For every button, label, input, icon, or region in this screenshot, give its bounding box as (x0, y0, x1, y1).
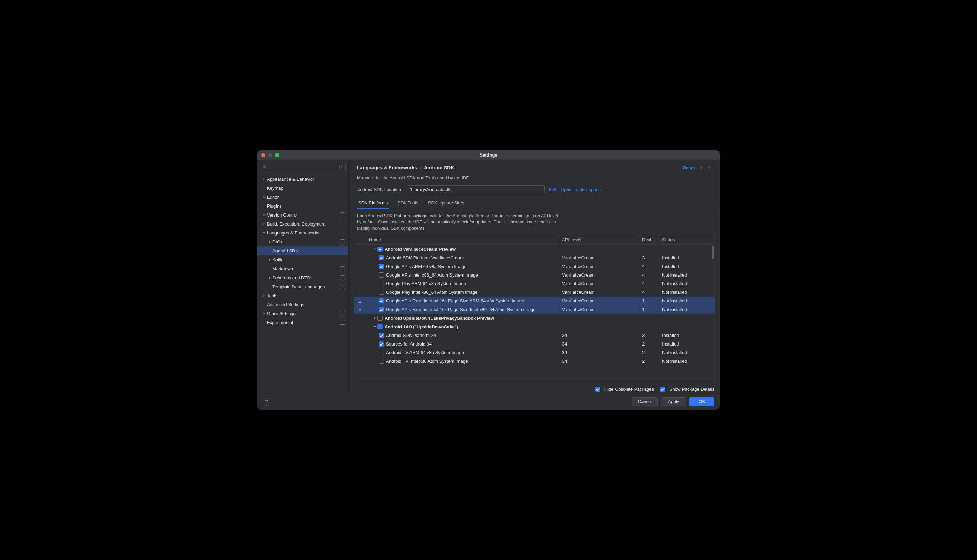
reset-link[interactable]: Reset (683, 165, 695, 170)
checkbox[interactable] (377, 247, 383, 252)
sidebar: ▾ Appearance & BehaviorKeymapEditorPlugi… (257, 160, 349, 393)
minimize-icon[interactable] (268, 153, 273, 157)
chevron-icon[interactable] (372, 324, 377, 330)
row-revision: 1 (639, 296, 659, 305)
table-row[interactable]: Google APIs ARM 64 v8a System ImageVanil… (354, 262, 714, 271)
row-status: Not installed (659, 296, 714, 305)
tab-sdk-update-sites[interactable]: SDK Update Sites (427, 197, 466, 209)
sdk-location-input[interactable] (407, 185, 545, 193)
row-revision (639, 316, 659, 320)
chevron-icon[interactable] (372, 315, 377, 321)
row-api: 34 (559, 348, 639, 357)
table-row[interactable]: Google APIs Experimental 16k Page Size A… (354, 297, 714, 305)
chevron-icon (261, 302, 267, 307)
table-row[interactable]: Android TV Intel x86 Atom System Image34… (354, 357, 714, 365)
checkbox[interactable] (379, 290, 384, 295)
row-revision (639, 325, 659, 329)
sidebar-item-other-settings[interactable]: Other Settings (257, 309, 348, 318)
hide-obsolete-checkbox[interactable]: Hide Obsolete Packages (595, 387, 654, 392)
sidebar-item-languages-frameworks[interactable]: Languages & Frameworks (257, 228, 348, 237)
checkbox[interactable] (379, 264, 384, 269)
window-controls (261, 153, 279, 157)
ok-button[interactable]: OK (689, 397, 714, 406)
show-details-checkbox[interactable]: Show Package Details (660, 387, 714, 392)
sidebar-item-android-sdk[interactable]: Android SDK (257, 246, 348, 255)
checkbox[interactable] (379, 298, 384, 303)
sidebar-item-experimental[interactable]: Experimental (257, 318, 348, 327)
row-status: Not installed (659, 288, 714, 297)
checkbox[interactable] (377, 324, 383, 329)
checkbox[interactable] (379, 358, 384, 364)
row-revision: 2 (639, 357, 659, 366)
settings-tree[interactable]: Appearance & BehaviorKeymapEditorPlugins… (257, 174, 348, 393)
sidebar-item-label: Kotlin (273, 257, 345, 262)
table-row[interactable]: Android SDK Platform VanillaIceCreamVani… (354, 253, 714, 262)
sidebar-item-editor[interactable]: Editor (257, 192, 348, 202)
edit-link[interactable]: Edit (549, 187, 557, 192)
row-api: VanillaIceCream (559, 253, 639, 262)
row-name: Android 14.0 ("UpsideDownCake") (385, 324, 458, 329)
tab-sdk-tools[interactable]: SDK Tools (396, 197, 420, 209)
close-icon[interactable] (261, 153, 266, 157)
checkbox[interactable] (379, 272, 384, 278)
table-group-row[interactable]: Android VanillaIceCream Preview (354, 245, 714, 253)
table-row[interactable]: Google Play Intel x86_64 Atom System Ima… (354, 288, 714, 297)
row-revision: 2 (639, 348, 659, 357)
checkbox[interactable] (379, 307, 384, 312)
checkbox[interactable] (379, 342, 384, 347)
titlebar: Settings (257, 150, 720, 160)
checkbox[interactable] (379, 350, 384, 355)
sidebar-item-advanced-settings[interactable]: Advanced Settings (257, 300, 348, 309)
chevron-icon (261, 230, 267, 235)
chevron-icon[interactable] (372, 247, 377, 252)
zoom-icon[interactable] (275, 153, 279, 157)
sidebar-item-kotlin[interactable]: Kotlin (257, 255, 348, 264)
table-group-row[interactable]: Android 14.0 ("UpsideDownCake") (354, 322, 714, 331)
sidebar-item-c-c-[interactable]: C/C++ (257, 237, 348, 246)
optimize-link[interactable]: Optimize disk space (560, 187, 601, 192)
row-name: Android SDK Platform VanillaIceCream (386, 255, 463, 260)
table-row[interactable]: Android SDK Platform 34343Installed (354, 331, 714, 340)
back-icon[interactable] (699, 165, 704, 170)
row-status: Not installed (659, 305, 714, 314)
table-row[interactable]: Google APIs Experimental 16k Page Size I… (354, 305, 714, 314)
table-group-row[interactable]: Android UpsideDownCakePrivacySandbox Pre… (354, 314, 714, 322)
table-row[interactable]: Android TV ARM 64 v8a System Image342Not… (354, 348, 714, 357)
sidebar-item-keymap[interactable]: Keymap (257, 183, 348, 192)
row-revision: 4 (639, 262, 659, 271)
breadcrumb: Languages & Frameworks › Android SDK (357, 165, 683, 170)
sidebar-item-version-control[interactable]: Version Control (257, 210, 348, 219)
chevron-icon (267, 239, 273, 245)
sidebar-item-schemas-and-dtds[interactable]: Schemas and DTDs (257, 273, 348, 282)
help-button[interactable]: ? (263, 398, 270, 405)
checkbox[interactable] (379, 281, 384, 286)
sidebar-item-markdown[interactable]: Markdown (257, 264, 348, 273)
table-row[interactable]: Google Play ARM 64 v8a System ImageVanil… (354, 279, 714, 288)
checkbox[interactable] (377, 315, 383, 321)
apply-button[interactable]: Apply (661, 397, 686, 406)
row-revision: 4 (639, 288, 659, 297)
modified-icon (340, 266, 345, 271)
sidebar-item-build-execution-deployment[interactable]: Build, Execution, Deployment (257, 219, 348, 228)
search-input[interactable]: ▾ (260, 163, 346, 171)
sidebar-item-plugins[interactable]: Plugins (257, 202, 348, 210)
checkbox-icon (660, 387, 665, 392)
tab-sdk-platforms[interactable]: SDK Platforms (357, 197, 389, 209)
table-row[interactable]: Sources for Android 34342Installed (354, 340, 714, 348)
scrollbar-thumb[interactable] (712, 245, 714, 259)
chevron-icon (261, 185, 267, 191)
sidebar-item-label: Other Settings (267, 311, 340, 316)
chevron-icon (261, 176, 267, 182)
checkbox[interactable] (379, 333, 384, 338)
row-name: Android SDK Platform 34 (386, 333, 436, 338)
sidebar-item-appearance-behavior[interactable]: Appearance & Behavior (257, 175, 348, 183)
forward-icon[interactable] (707, 165, 711, 170)
table-row[interactable]: Google APIs Intel x86_64 Atom System Ima… (354, 271, 714, 279)
sidebar-item-template-data-languages[interactable]: Template Data Languages (257, 282, 348, 291)
sidebar-item-tools[interactable]: Tools (257, 291, 348, 300)
cancel-button[interactable]: Cancel (632, 397, 657, 406)
chevron-icon (267, 275, 273, 280)
body: ▾ Appearance & BehaviorKeymapEditorPlugi… (257, 160, 720, 393)
checkbox[interactable] (379, 255, 384, 260)
table-body[interactable]: Android VanillaIceCream PreviewAndroid S… (354, 245, 714, 383)
